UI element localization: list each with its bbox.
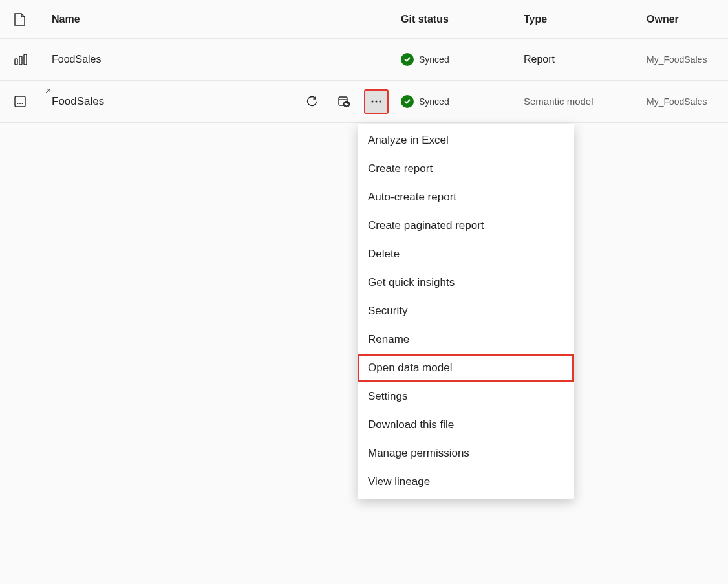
schedule-refresh-button[interactable] (332, 90, 356, 113)
menu-item-get-quick-insights[interactable]: Get quick insights (358, 268, 574, 297)
item-list: Name Git status Type Owner FoodSales Syn… (0, 0, 728, 123)
git-status-text: Synced (419, 96, 449, 107)
file-icon (14, 13, 25, 26)
svg-point-6 (22, 103, 23, 104)
context-menu: Analyze in ExcelCreate reportAuto-create… (358, 124, 574, 499)
menu-item-security[interactable]: Security (358, 297, 574, 325)
row-owner-cell[interactable]: My_FoodSales (647, 54, 715, 65)
row-type-icon-cell (13, 54, 52, 65)
row-actions (300, 90, 388, 113)
menu-item-manage-permissions[interactable]: Manage permissions (358, 439, 574, 468)
refresh-button[interactable] (300, 90, 323, 113)
svg-rect-3 (15, 96, 25, 107)
more-options-button[interactable] (365, 90, 388, 113)
header-name[interactable]: Name (52, 14, 401, 25)
report-icon (14, 54, 27, 65)
type-text: Semantic model (524, 96, 594, 107)
table-row[interactable]: FoodSales Synced Report My_FoodSales (0, 39, 728, 81)
item-name[interactable]: FoodSales (52, 54, 102, 65)
synced-icon (401, 95, 414, 108)
row-type-cell: Report (524, 54, 647, 65)
header-git[interactable]: Git status (401, 14, 524, 25)
svg-point-5 (19, 103, 21, 104)
refresh-icon (306, 96, 317, 107)
menu-item-delete[interactable]: Delete (358, 240, 574, 268)
menu-item-download-this-file[interactable]: Download this file (358, 411, 574, 439)
header-owner[interactable]: Owner (647, 14, 715, 25)
type-text: Report (524, 54, 555, 65)
menu-item-analyze-in-excel[interactable]: Analyze in Excel (358, 126, 574, 155)
menu-item-rename[interactable]: Rename (358, 325, 574, 354)
menu-item-settings[interactable]: Settings (358, 382, 574, 411)
row-name-cell: FoodSales (52, 90, 401, 113)
menu-item-create-paginated-report[interactable]: Create paginated report (358, 211, 574, 240)
svg-point-4 (17, 103, 19, 104)
menu-item-create-report[interactable]: Create report (358, 155, 574, 183)
row-git-cell: Synced (401, 53, 524, 66)
menu-item-auto-create-report[interactable]: Auto-create report (358, 183, 574, 211)
menu-item-view-lineage[interactable]: View lineage (358, 468, 574, 496)
item-name[interactable]: FoodSales (52, 95, 104, 108)
svg-point-10 (375, 100, 377, 102)
row-type-icon-cell (13, 96, 52, 107)
row-owner-cell[interactable]: My_FoodSales (647, 96, 715, 107)
calendar-refresh-icon (338, 96, 350, 107)
row-type-cell: Semantic model (524, 96, 647, 107)
dataset-icon (14, 96, 26, 107)
table-header-row: Name Git status Type Owner (0, 0, 728, 39)
svg-rect-1 (19, 56, 22, 65)
row-git-cell: Synced (401, 95, 524, 108)
menu-item-open-data-model[interactable]: Open data model (358, 354, 574, 382)
svg-point-9 (371, 100, 373, 102)
synced-icon (401, 53, 414, 66)
more-icon (370, 100, 382, 103)
link-overlay-icon (45, 89, 50, 94)
svg-rect-0 (15, 59, 17, 65)
row-name-cell: FoodSales (52, 54, 401, 65)
git-status-text: Synced (419, 54, 449, 65)
svg-rect-2 (24, 54, 27, 65)
svg-point-11 (379, 100, 381, 102)
header-icon-cell (13, 13, 52, 26)
header-type[interactable]: Type (524, 14, 647, 25)
table-row[interactable]: FoodSales Synced Semantic model My_ (0, 81, 728, 123)
